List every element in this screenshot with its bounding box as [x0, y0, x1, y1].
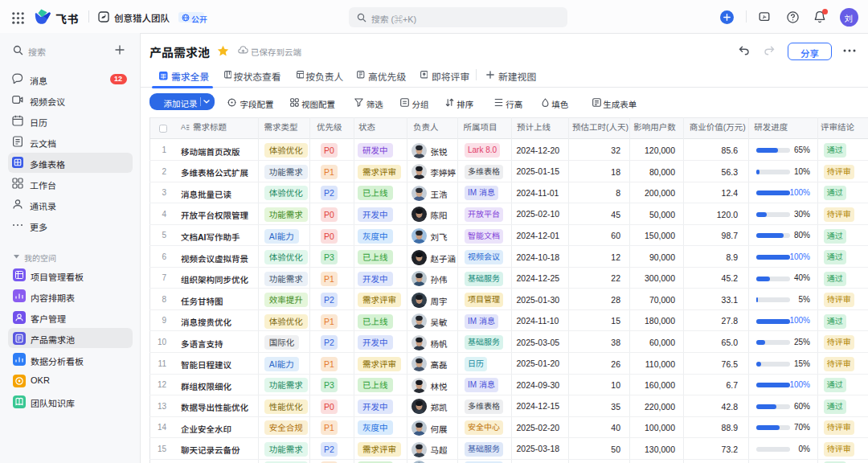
svg-text:A: A — [181, 123, 186, 131]
